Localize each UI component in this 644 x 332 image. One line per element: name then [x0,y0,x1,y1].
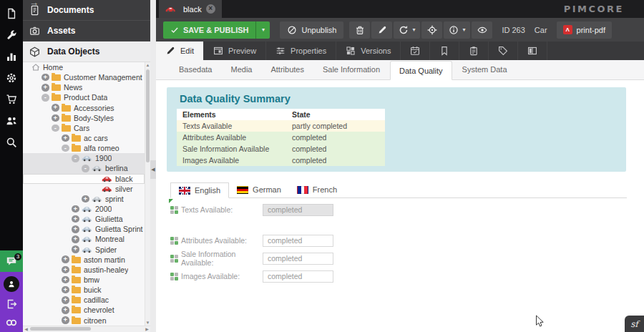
tree-item-cadillac[interactable]: +cadillac [23,295,145,305]
tree-item-accessories[interactable]: +Accessories [23,103,145,113]
scrollbar-thumb[interactable] [146,69,150,162]
tab-media[interactable]: Media [222,60,260,79]
scroll-right-icon[interactable]: ▶ [144,326,150,332]
expander-plus-icon[interactable]: + [62,296,72,304]
scroll-left-icon[interactable]: ◀ [23,326,29,332]
field-texts-available-input[interactable] [263,204,333,216]
sidebar-pimcore-logo[interactable] [0,313,23,332]
scrollbar-thumb[interactable] [30,327,91,331]
collapse-panel-icon[interactable]: ◀ [150,160,156,179]
refresh-button[interactable]: ▾ [394,21,420,39]
tab-basedata[interactable]: Basedata [170,60,220,79]
preview-tab[interactable]: Preview [204,42,266,60]
sidebar-settings-nav[interactable] [0,67,23,89]
language-tab-english[interactable]: English [170,182,229,198]
accordion-data-objects[interactable]: Data Objects → [23,42,150,62]
field-images-available-input[interactable] [263,270,333,283]
expander-plus-icon[interactable]: + [62,255,72,263]
expander-plus-icon[interactable]: + [72,225,82,233]
edit-tab[interactable]: Edit [156,42,204,60]
tree-item-sprint[interactable]: +sprint [23,194,145,204]
expander-plus-icon[interactable]: + [72,245,82,253]
accordion-assets[interactable]: Assets → [23,21,150,42]
target-button[interactable] [421,21,442,39]
workflow-tab[interactable] [518,42,547,60]
caret-down-icon[interactable]: ▾ [462,26,465,33]
tree-item-product-data[interactable]: -Product Data [23,92,145,102]
unpublish-button[interactable]: Unpublish [280,21,343,39]
trash-button[interactable] [349,21,370,39]
tab-system-data[interactable]: System Data [454,60,516,79]
tree-item-montreal[interactable]: +Montreal [23,234,145,244]
expander-plus-icon[interactable]: + [52,104,62,112]
info-button[interactable]: ▾ [444,21,470,39]
print-pdf-button[interactable]: Λ print-pdf [557,21,612,39]
expander-minus-icon[interactable]: - [72,155,82,162]
expander-plus-icon[interactable]: + [82,195,92,203]
expander-plus-icon[interactable]: + [72,235,82,243]
scroll-up-icon[interactable]: ▲ [145,62,150,68]
tree-item-silver[interactable]: silver [23,184,145,194]
tree-vertical-scrollbar[interactable]: ▲ ▼ [145,62,150,326]
expander-plus-icon[interactable]: + [62,316,72,324]
tree-item-berlina[interactable]: -berlina [23,163,145,173]
properties-tab[interactable]: Properties [266,42,336,60]
expander-plus-icon[interactable]: + [52,114,62,122]
expander-plus-icon[interactable]: + [72,215,82,223]
notes-tab[interactable] [430,42,459,60]
panel-splitter[interactable]: ◀ [150,0,156,332]
expander-plus-icon[interactable]: + [62,306,72,314]
sidebar-reports-nav[interactable] [0,46,23,67]
tree-item-gulietta-sprint-specia[interactable]: +Gulietta Sprint Specia [23,224,145,234]
expander-minus-icon[interactable]: - [82,165,92,172]
schedule-tab[interactable] [401,42,430,60]
tree-item-2000[interactable]: +2000 [23,204,145,214]
tab-sale-information[interactable]: Sale Information [314,60,389,79]
sidebar-search-nav[interactable] [0,132,23,153]
tree-horizontal-scrollbar[interactable]: ◀ ▶ [23,326,150,332]
save-publish-button[interactable]: SAVE & PUBLISH ▾ [163,21,270,39]
expander-plus-icon[interactable]: + [42,74,52,82]
sidebar-tools-nav[interactable] [0,24,23,46]
reports-tab[interactable] [459,42,489,60]
language-tab-german[interactable]: German [229,182,289,197]
eye-button[interactable] [472,21,492,39]
tree-item-body-styles[interactable]: +Body-Styles [23,113,145,123]
expander-minus-icon[interactable]: - [42,94,52,102]
debug-toolbar-badge[interactable]: sf [625,316,644,332]
tree-item-cars[interactable]: -Cars [23,123,145,133]
expander-plus-icon[interactable]: + [72,205,82,213]
tree-item-chevrolet[interactable]: +chevrolet [23,305,145,315]
expander-minus-icon[interactable]: - [52,125,62,132]
language-tab-french[interactable]: French [289,182,345,197]
expander-plus-icon[interactable]: + [62,135,72,142]
tree-item-ac-cars[interactable]: +ac cars [23,133,145,143]
tree-item-bmw[interactable]: +bmw [23,275,145,285]
tab-attributes[interactable]: Attributes [262,60,312,79]
scroll-down-icon[interactable]: ▼ [145,320,150,326]
pencil-button[interactable] [371,21,392,39]
tree-item-giulietta[interactable]: +Giulietta [23,214,145,224]
sidebar-customers-nav[interactable] [0,110,23,132]
field-sale-information-available-input[interactable] [263,253,333,265]
tree-item-spider[interactable]: +Spider [23,245,145,255]
tree-item-citroen[interactable]: +citroen [23,316,145,326]
sidebar-logout[interactable] [0,295,23,313]
sidebar-user-profile[interactable] [4,276,19,292]
tree-item-alfa-romeo[interactable]: -alfa romeo [23,143,145,153]
tags-tab[interactable] [489,42,518,60]
tree-item-1900[interactable]: -1900 [23,153,145,163]
tab-data-quality[interactable]: Data Quality [390,61,452,80]
caret-down-icon[interactable]: ▾ [412,26,415,33]
expander-plus-icon[interactable]: + [62,276,72,284]
close-icon[interactable]: × [206,4,215,14]
expander-plus-icon[interactable]: + [42,84,52,92]
tree-item-home[interactable]: Home [23,62,145,72]
sidebar-ecommerce-nav[interactable] [0,89,23,110]
tree-item-customer-management[interactable]: +Customer Management [23,72,145,82]
field-attributes-available-input[interactable] [263,235,333,247]
sidebar-documents-nav[interactable] [0,3,23,24]
tree-item-buick[interactable]: +buick [23,285,145,295]
tree-item-aston-martin[interactable]: +aston martin [23,255,145,265]
accordion-documents[interactable]: Documents → [23,0,150,21]
